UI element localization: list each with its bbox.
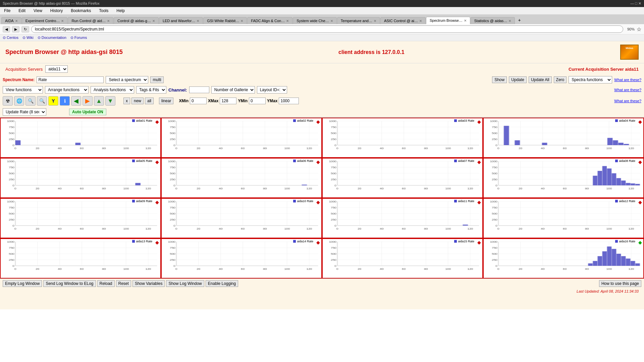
xmax-input[interactable] (220, 98, 236, 104)
show-button[interactable]: Show (492, 76, 507, 83)
what-are-these-3[interactable]: What are these? (614, 99, 641, 103)
info-icon-btn[interactable]: ℹ (60, 96, 70, 106)
forward-button[interactable]: ▶ (12, 26, 19, 33)
gallery-cell-aida11[interactable]: ◆ aida11 Rate (322, 198, 483, 238)
view-functions-dropdown[interactable]: View functions (3, 86, 43, 94)
tags-fits-dropdown[interactable]: Tags & Fits (136, 86, 166, 94)
gallery-cell-aida06[interactable]: ◆ aida06 Rate (161, 158, 322, 198)
layout-id-dropdown[interactable]: Layout ID=1 (257, 86, 287, 94)
gallery-cell-aida07[interactable]: ◆ aida07 Rate (322, 158, 483, 198)
tab-close-run[interactable]: ✕ (107, 19, 110, 23)
new-tab-button[interactable]: + (515, 16, 523, 24)
gallery-cell-aida15[interactable]: ◆ aida15 Rate (322, 238, 483, 279)
update-button[interactable]: Update (509, 76, 527, 83)
number-of-galleries-dropdown[interactable]: Number of Galleries (211, 86, 255, 94)
gallery-cell-aida02[interactable]: ◆ aida02 Rate (161, 118, 322, 158)
menu-edit[interactable]: Edit (17, 8, 27, 14)
acq-server-select[interactable]: aida11 (45, 65, 68, 73)
tab-close-gsi[interactable]: ✕ (240, 19, 243, 23)
tab-exp-control[interactable]: Experiment Contro…✕ (22, 17, 68, 24)
gallery-cell-aida12[interactable]: ◆ aida12 Rate (483, 198, 644, 238)
update-all-button[interactable]: Update All (529, 76, 552, 83)
how-to-use-button[interactable]: How to use this page (599, 280, 641, 287)
tab-close-exp[interactable]: ✕ (61, 19, 64, 23)
ymin-input[interactable] (249, 98, 266, 104)
what-are-these-1[interactable]: What are these? (614, 78, 641, 82)
tab-close-sys[interactable]: ✕ (330, 19, 333, 23)
channel-input[interactable] (189, 86, 209, 93)
tab-led[interactable]: LED and Wavefor…✕ (159, 17, 203, 24)
send-log-button[interactable]: Send Log Window to ELog (43, 280, 96, 287)
globe-icon-btn[interactable]: 🌐 (14, 96, 24, 106)
linear-button[interactable]: linear (159, 98, 173, 104)
x-button[interactable]: x (123, 98, 130, 104)
up-icon-btn[interactable]: ▲ (94, 96, 104, 106)
tab-control[interactable]: Control @ aidas-g…✕ (114, 17, 159, 24)
all-button[interactable]: all (145, 98, 154, 104)
tab-aida[interactable]: AIDA✕ (1, 17, 21, 24)
bookmark-forums[interactable]: ⊙ Forums (70, 36, 87, 40)
arrange-functions-dropdown[interactable]: Arrange functions (45, 86, 89, 94)
url-input[interactable] (31, 25, 623, 33)
zero-button[interactable]: Zero (554, 76, 567, 83)
gallery-cell-aida03[interactable]: ◆ aida03 Rate (322, 118, 483, 158)
tab-spectrum-browser[interactable]: Spectrum Browse…✕ (426, 17, 470, 24)
tab-close-aida[interactable]: ✕ (15, 19, 18, 23)
bookmark-icon[interactable]: ☆ (637, 26, 641, 33)
menu-help[interactable]: Help (115, 8, 126, 14)
next-icon-btn[interactable]: ▶ (83, 96, 93, 106)
gallery-cell-aida16[interactable]: ◆ aida16 Rate (483, 238, 644, 279)
spectrum-name-input[interactable] (37, 76, 104, 83)
enable-logging-button[interactable]: Enable Logging (206, 280, 238, 287)
reload-button[interactable]: ↻ (21, 26, 29, 33)
ymax-input[interactable] (279, 98, 299, 104)
tab-close-led[interactable]: ✕ (197, 19, 199, 23)
menu-tools[interactable]: Tools (98, 8, 110, 14)
back-button[interactable]: ◀ (3, 26, 10, 33)
spectra-functions-dropdown[interactable]: Spectra functions (569, 76, 612, 83)
menu-history[interactable]: History (49, 8, 64, 14)
search-minus-icon-btn[interactable]: 🔍 (37, 96, 47, 106)
tab-close-temp[interactable]: ✕ (374, 19, 376, 23)
xmin-input[interactable] (190, 98, 207, 104)
tab-close-ctrl[interactable]: ✕ (152, 19, 155, 23)
menu-view[interactable]: View (32, 8, 44, 14)
empty-log-button[interactable]: Empty Log Window (3, 280, 42, 287)
gallery-cell-aida14[interactable]: ◆ aida14 Rate (161, 238, 322, 279)
tab-asic[interactable]: ASIC Control @ ai…✕ (380, 17, 426, 24)
reload-button-bottom[interactable]: Reload (97, 280, 115, 287)
bookmark-documentation[interactable]: ⊙ Documentation (38, 36, 66, 40)
bookmark-wiki[interactable]: ⊙ Wiki (22, 36, 34, 40)
gallery-cell-aida01[interactable]: ◆ aida01 Rate (0, 118, 161, 158)
tab-close-spectrum[interactable]: ✕ (464, 19, 467, 22)
what-are-these-2[interactable]: What are these? (614, 88, 641, 92)
multi-button[interactable]: multi (150, 76, 163, 83)
gallery-cell-aida09[interactable]: ◆ aida09 Rate (0, 198, 161, 238)
new-button[interactable]: new (131, 98, 144, 104)
menu-bookmarks[interactable]: Bookmarks (69, 8, 92, 14)
tab-gsi[interactable]: GSI White Rabbit…✕ (203, 17, 247, 24)
bookmark-centos[interactable]: ⊙ Centos (3, 36, 18, 40)
show-log-button[interactable]: Show Log Window (166, 280, 204, 287)
menu-file[interactable]: File (3, 8, 12, 14)
auto-update-button[interactable]: Auto Update ON (69, 109, 106, 115)
tab-close-fadc[interactable]: ✕ (286, 19, 289, 23)
gallery-cell-aida05[interactable]: ◆ aida05 Rate (0, 158, 161, 198)
update-rate-dropdown[interactable]: Update Rate (8 secs) (3, 108, 46, 116)
tab-close-asic[interactable]: ✕ (419, 19, 422, 23)
reset-button[interactable]: Reset (116, 280, 131, 287)
tab-close-stats[interactable]: ✕ (508, 19, 511, 23)
tab-system[interactable]: System wide Che…✕ (293, 17, 337, 24)
search-plus-icon-btn[interactable]: 🔍 (25, 96, 36, 106)
tab-statistics[interactable]: Statistics @ aidas…✕ (471, 17, 515, 24)
radiation-icon-btn[interactable]: ☢ (3, 96, 13, 106)
tab-fadc[interactable]: FADC Align & Con…✕ (247, 17, 292, 24)
gallery-cell-aida04[interactable]: ◆ aida04 Rate (483, 118, 644, 158)
y-icon-btn[interactable]: Y (48, 96, 58, 106)
prev-icon-btn[interactable]: ◀ (71, 96, 81, 106)
tab-temp[interactable]: Temperature and…✕ (337, 17, 380, 24)
gallery-cell-aida13[interactable]: ◆ aida13 Rate (0, 238, 161, 279)
gallery-cell-aida08[interactable]: ◆ aida08 Rate (483, 158, 644, 198)
tab-run-control[interactable]: Run Control @ aid…✕ (68, 17, 113, 24)
gallery-cell-aida10[interactable]: ◆ aida10 Rate (161, 198, 322, 238)
